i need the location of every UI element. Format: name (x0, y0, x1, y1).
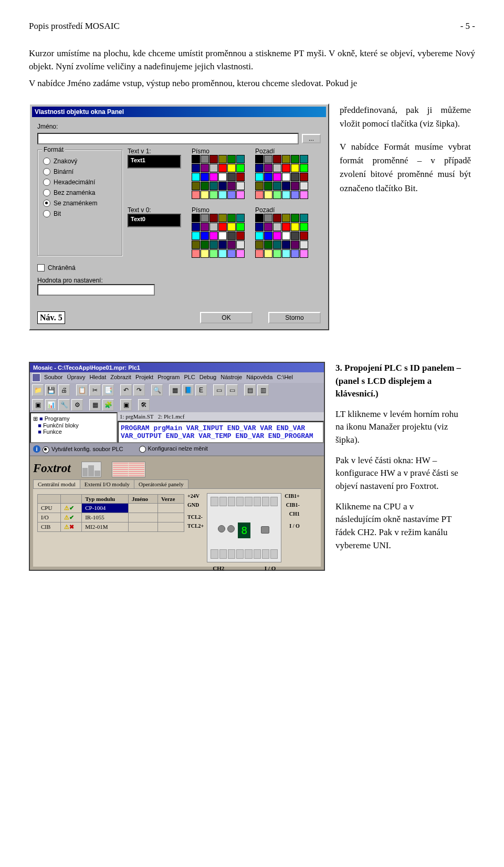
palette-swatch[interactable] (227, 155, 236, 163)
mosaic-toolbar-2[interactable]: ▣📊🔧⚙▦🧩▣🛠 (30, 398, 324, 412)
palette-swatch[interactable] (209, 241, 218, 249)
table-row[interactable]: I/O⚠✔IR-1055 (38, 513, 184, 522)
palette-swatch[interactable] (273, 241, 281, 249)
palette-swatch[interactable] (291, 241, 299, 249)
palette-swatch[interactable] (255, 164, 264, 172)
palette-swatch[interactable] (282, 249, 290, 258)
palette-swatch[interactable] (209, 232, 218, 240)
toolbar-button[interactable]: ▭ (226, 384, 238, 396)
toolbar-button[interactable]: ✂ (89, 384, 101, 396)
mosaic-app-icon[interactable] (32, 373, 40, 382)
palette-swatch[interactable] (192, 241, 200, 249)
tab-operatorske-panely[interactable]: Operátorské panely (134, 479, 188, 488)
tab-centralni-modul[interactable]: Centrální modul (33, 479, 80, 488)
palette-swatch[interactable] (192, 249, 200, 258)
palette-swatch[interactable] (291, 155, 299, 163)
palette-pismo-0[interactable] (192, 214, 245, 258)
code-tab-2[interactable]: 2: Plc1.mcf (158, 413, 185, 420)
toolbar-button[interactable]: ↶ (120, 384, 132, 396)
input-hodnota[interactable] (37, 284, 155, 296)
palette-swatch[interactable] (255, 249, 264, 258)
palette-swatch[interactable] (255, 155, 264, 163)
palette-swatch[interactable] (300, 241, 308, 249)
toolbar-button[interactable]: 📋 (76, 384, 88, 396)
palette-swatch[interactable] (236, 164, 245, 172)
palette-swatch[interactable] (273, 173, 281, 181)
palette-swatch[interactable] (264, 173, 272, 181)
palette-swatch[interactable] (218, 249, 227, 258)
palette-swatch[interactable] (282, 155, 290, 163)
palette-swatch[interactable] (273, 223, 281, 231)
palette-swatch[interactable] (192, 164, 200, 172)
palette-swatch[interactable] (282, 182, 290, 190)
palette-swatch[interactable] (201, 214, 209, 222)
menu-item[interactable]: Debug (200, 374, 216, 380)
palette-swatch[interactable] (264, 191, 272, 199)
palette-swatch[interactable] (264, 249, 272, 258)
mosaic-toolbar-1[interactable]: 📁💾🖨📋✂📑↶↷🔍▦📘E▭▭▤▥ (30, 383, 324, 398)
palette-swatch[interactable] (273, 214, 281, 222)
toolbar-button[interactable]: 💾 (45, 384, 57, 396)
foxtrot-tabs[interactable]: Centrální modulExterní I/O modulyOperáto… (33, 479, 321, 488)
palette-swatch[interactable] (218, 164, 227, 172)
palette-swatch[interactable] (282, 223, 290, 231)
palette-swatch[interactable] (192, 223, 200, 231)
table-row[interactable]: CPU⚠✔CP-1004 (38, 503, 184, 513)
palette-swatch[interactable] (227, 191, 236, 199)
radio-hexa[interactable]: Hexadecimální (43, 179, 117, 186)
palette-swatch[interactable] (264, 155, 272, 163)
palette-swatch[interactable] (209, 155, 218, 163)
palette-swatch[interactable] (273, 164, 281, 172)
palette-swatch[interactable] (218, 241, 227, 249)
palette-swatch[interactable] (300, 249, 308, 258)
foxtrot-module-table[interactable]: Typ modulu Jméno Verze CPU⚠✔CP-1004I/O⚠✔… (37, 494, 184, 532)
palette-swatch[interactable] (209, 214, 218, 222)
palette-swatch[interactable] (236, 249, 245, 258)
palette-swatch[interactable] (300, 164, 308, 172)
toolbar-button[interactable]: 🛠 (138, 399, 150, 411)
palette-swatch[interactable] (209, 182, 218, 190)
toolbar-button[interactable]: 📘 (182, 384, 194, 396)
palette-swatch[interactable] (201, 249, 209, 258)
palette-swatch[interactable] (227, 214, 236, 222)
toolbar-button[interactable]: 🖨 (58, 384, 70, 396)
radio-bit[interactable]: Bit (43, 210, 117, 217)
palette-swatch[interactable] (264, 232, 272, 240)
palette-swatch[interactable] (264, 223, 272, 231)
palette-pozadi-0[interactable] (255, 214, 308, 258)
toolbar-button[interactable]: ▣ (32, 399, 44, 411)
checkbox-chranena[interactable]: Chráněná (37, 264, 321, 271)
palette-swatch[interactable] (192, 182, 200, 190)
palette-swatch[interactable] (218, 155, 227, 163)
toolbar-button[interactable]: 🔧 (58, 399, 70, 411)
input-text-v1[interactable]: Text1 (128, 155, 181, 169)
menu-item[interactable]: Úpravy (67, 374, 86, 380)
radio-se-znamenkem[interactable]: Se znaménkem (43, 200, 117, 207)
palette-swatch[interactable] (282, 214, 290, 222)
palette-swatch[interactable] (192, 232, 200, 240)
toolbar-button[interactable]: ▥ (257, 384, 269, 396)
palette-swatch[interactable] (227, 182, 236, 190)
palette-swatch[interactable] (291, 173, 299, 181)
palette-swatch[interactable] (218, 182, 227, 190)
palette-swatch[interactable] (282, 241, 290, 249)
palette-swatch[interactable] (209, 191, 218, 199)
palette-swatch[interactable] (291, 223, 299, 231)
menu-item[interactable]: Nápověda (246, 374, 272, 380)
toolbar-button[interactable]: 🧩 (102, 399, 114, 411)
toolbar-button[interactable]: ▤ (244, 384, 256, 396)
toolbar-button[interactable]: 📑 (102, 384, 114, 396)
palette-swatch[interactable] (227, 249, 236, 258)
mosaic-menubar[interactable]: SouborÚpravyHledatZobrazitProjektProgram… (30, 372, 324, 383)
palette-swatch[interactable] (236, 155, 245, 163)
palette-swatch[interactable] (236, 191, 245, 199)
palette-swatch[interactable] (255, 223, 264, 231)
palette-swatch[interactable] (218, 173, 227, 181)
palette-swatch[interactable] (218, 214, 227, 222)
palette-swatch[interactable] (236, 173, 245, 181)
menu-item[interactable]: Hledat (89, 374, 106, 380)
palette-swatch[interactable] (209, 173, 218, 181)
palette-swatch[interactable] (209, 164, 218, 172)
tree-item-funkcni-bloky[interactable]: Funkční bloky (43, 422, 79, 429)
palette-swatch[interactable] (264, 182, 272, 190)
